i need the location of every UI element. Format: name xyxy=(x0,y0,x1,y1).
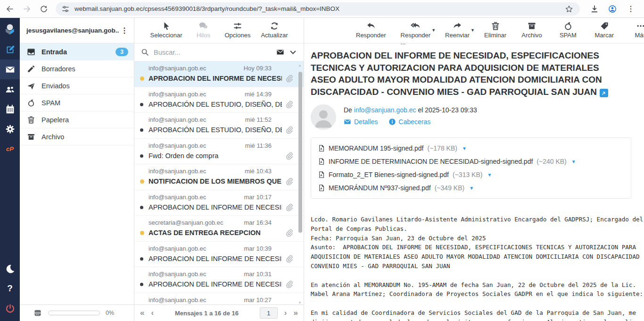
logout-button[interactable] xyxy=(0,298,20,318)
attachment-item[interactable]: MEMORÁNDUM Nº937-signed.pdf (~349 KB) ▼ xyxy=(318,181,624,194)
reply-button[interactable]: Responder xyxy=(356,21,386,39)
sidebar-item-archive[interactable]: Archivo xyxy=(20,128,134,145)
attachment-name[interactable]: MEMORÁNDUM Nº937-signed.pdf xyxy=(329,184,431,192)
first-page-icon[interactable]: « xyxy=(140,308,144,318)
url-text[interactable]: webmail.sanjuan.gob.ec/cpsess4569390018/… xyxy=(74,5,559,12)
settings-nav-button[interactable] xyxy=(0,119,20,139)
account-menu-icon[interactable]: ⋮ xyxy=(119,26,130,35)
list-item[interactable]: info@sanjuan.gob.ec mié 10:43 NOTIFICACI… xyxy=(134,164,304,190)
site-settings-icon[interactable] xyxy=(61,4,70,14)
attachment-name[interactable]: INFORME DE DETERMINACION DE NECESIDAD-si… xyxy=(329,158,533,165)
folder-icon xyxy=(27,133,35,141)
attachment-icon xyxy=(285,126,293,134)
attachment-name[interactable]: Formato_2_ET Bienes-signed-signed.pdf xyxy=(329,171,449,178)
list-item[interactable]: info@sanjuan.gob.ec mar 10:31 APROBACION… xyxy=(134,267,304,293)
list-item[interactable]: info@sanjuan.gob.ec mar 10:39 APROBACION… xyxy=(134,242,304,268)
forward-button[interactable]: Reenviar xyxy=(445,21,470,39)
roundcube-logo xyxy=(0,18,20,40)
scroll-up-icon[interactable]: ▲ xyxy=(298,63,302,68)
back-icon[interactable] xyxy=(5,4,15,14)
attachment-name[interactable]: MEMORANDUM 195-signed.pdf xyxy=(329,144,424,152)
attachment-menu-icon[interactable]: ▼ xyxy=(462,146,467,151)
sidebar-item-drafts[interactable]: Borradores xyxy=(20,60,134,77)
archive-button[interactable]: Archivo xyxy=(521,21,543,39)
attachment-menu-icon[interactable]: ▼ xyxy=(487,172,492,177)
attachment-icon xyxy=(285,177,293,186)
browser-menu-icon[interactable]: ⋮ xyxy=(625,4,636,13)
account-header[interactable]: jesusgavilanes@sanjuan.gob.... ⋮ xyxy=(20,18,134,43)
dropdown-caret-icon[interactable]: ▼ xyxy=(471,28,475,33)
profile-icon[interactable] xyxy=(607,4,618,14)
sidebar-item-sent[interactable]: Enviados xyxy=(20,77,134,94)
attachment-item[interactable]: MEMORANDUM 195-signed.pdf (~178 KB) ▼ xyxy=(318,142,624,155)
dark-mode-button[interactable] xyxy=(0,259,20,279)
dropdown-caret-icon[interactable]: ▼ xyxy=(431,28,436,33)
help-button[interactable]: ? xyxy=(0,279,20,298)
toolbar-button-icon xyxy=(453,21,462,31)
unread-dot xyxy=(140,76,144,81)
refresh-icon xyxy=(270,21,279,31)
forward-icon[interactable] xyxy=(22,4,32,14)
sender-email-link[interactable]: info@sanjuan.gob.ec xyxy=(354,106,416,114)
message-subject: ACTAS DE ENTREGA RECEPCION xyxy=(149,229,261,237)
body-line: CONVENIO MIES - GAD PARROQUIAL SAN JUAN xyxy=(311,262,644,271)
mail-nav-button[interactable] xyxy=(0,59,20,79)
calendar-nav-button[interactable] xyxy=(0,99,20,119)
list-item[interactable]: info@sanjuan.gob.ec mié 14:39 APROBACIÓN… xyxy=(134,87,304,113)
delete-button[interactable]: Eliminar xyxy=(484,21,506,39)
mark-button[interactable]: Marcar xyxy=(594,21,615,39)
envelope-filter-icon[interactable] xyxy=(276,48,284,56)
folder-label: Archivo xyxy=(41,133,128,141)
message-list-panel: Seleccionar Hilos Opciones Actualizar xyxy=(134,18,304,321)
list-item[interactable]: info@sanjuan.gob.ec mié 11:36 Fwd: Orden… xyxy=(134,139,304,165)
quota-percent: 0% xyxy=(106,310,114,316)
compose-button[interactable] xyxy=(0,40,20,59)
more-button[interactable]: Más xyxy=(630,21,644,39)
downloads-icon[interactable] xyxy=(589,4,600,14)
folder-label: Entrada xyxy=(41,48,109,56)
last-page-icon[interactable]: » xyxy=(294,308,298,318)
list-item[interactable]: info@sanjuan.gob.ec mar 10:27 xyxy=(134,293,304,305)
attachment-size: (~178 KB) xyxy=(428,144,457,152)
message-subject: APROBACION DEL INFORME DE NECESIDA... xyxy=(149,75,282,82)
list-item[interactable]: info@sanjuan.gob.ec mié 11:52 APROBACIÓN… xyxy=(134,113,304,139)
page-number-box[interactable]: 1 xyxy=(260,307,278,319)
sidebar-item-spam[interactable]: SPAM xyxy=(20,94,134,111)
mail-subject: APROBACION DEL INFORME DE NECESIDAD, ESP… xyxy=(311,50,618,98)
attachment-menu-icon[interactable]: ▼ xyxy=(571,159,576,164)
open-in-new-window-icon[interactable] xyxy=(600,89,608,97)
attachment-item[interactable]: INFORME DE DETERMINACION DE NECESIDAD-si… xyxy=(318,155,624,168)
bookmark-star-icon[interactable] xyxy=(564,4,574,14)
prev-page-icon[interactable]: ‹ xyxy=(151,308,154,318)
spam-button[interactable]: SPAM xyxy=(557,21,579,39)
attachment-icon xyxy=(285,152,293,160)
cpanel-logo[interactable]: cP xyxy=(0,139,20,159)
threads-button[interactable]: Hilos xyxy=(192,21,214,39)
search-input[interactable] xyxy=(154,49,272,56)
sidebar-item-inbox[interactable]: Entrada 3 xyxy=(20,43,134,60)
details-link[interactable]: Detalles xyxy=(344,118,378,126)
search-icon[interactable] xyxy=(141,48,149,56)
refresh-button[interactable]: Actualizar xyxy=(261,21,288,39)
chevron-down-icon[interactable] xyxy=(289,48,297,56)
message-sender: info@sanjuan.gob.ec xyxy=(149,270,206,278)
options-button[interactable]: Opciones xyxy=(224,21,250,39)
reload-icon[interactable] xyxy=(39,4,49,14)
attachment-item[interactable]: Formato_2_ET Bienes-signed-signed.pdf (~… xyxy=(318,168,624,181)
body-line xyxy=(311,299,644,308)
url-bar[interactable]: webmail.sanjuan.gob.ec/cpsess4569390018/… xyxy=(56,2,580,16)
list-item[interactable]: secretaria@sanjuan.gob.ec mar 16:34 ACTA… xyxy=(134,216,304,242)
headers-link[interactable]: Cabeceras xyxy=(388,118,431,126)
select-button[interactable]: Seleccionar xyxy=(150,21,182,39)
list-item[interactable]: info@sanjuan.gob.ec mar 10:17 APROBACION… xyxy=(134,190,304,216)
reply-all-button[interactable]: Responder ... xyxy=(401,21,431,46)
list-scroll-thumb[interactable] xyxy=(298,72,302,233)
envelope-icon xyxy=(344,118,351,126)
contacts-nav-button[interactable] xyxy=(0,79,20,99)
list-item[interactable]: info@sanjuan.gob.ec Hoy 09:33 APROBACION… xyxy=(134,61,304,87)
sidebar-item-trash[interactable]: Papelera xyxy=(20,111,134,128)
list-scrollbar[interactable]: ▲ ▼ xyxy=(297,65,303,302)
unread-count-badge: 3 xyxy=(116,48,128,56)
next-page-icon[interactable]: › xyxy=(284,308,287,318)
attachment-menu-icon[interactable]: ▼ xyxy=(469,186,474,191)
